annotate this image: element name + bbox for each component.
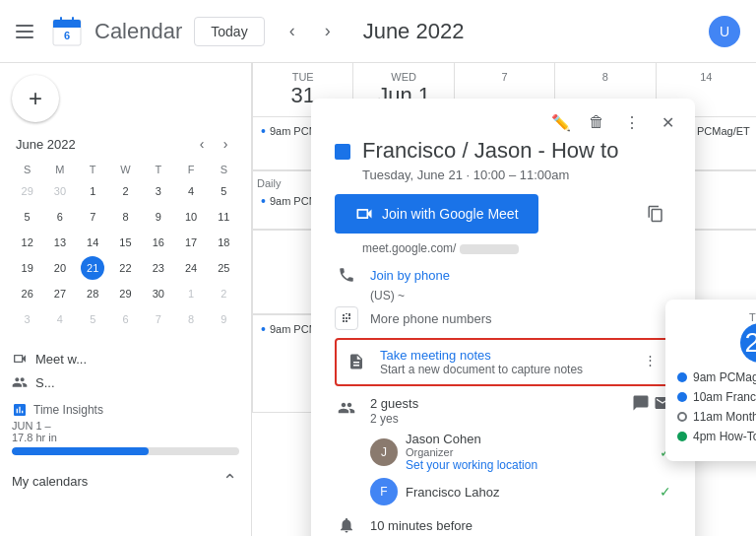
mini-day[interactable]: 25 [212, 256, 235, 280]
bell-icon [335, 513, 358, 536]
meet-link-label: meet.google.com/ [362, 241, 456, 255]
my-calendars-header: My calendars ⌃ [12, 467, 239, 495]
event-color-dot [335, 144, 350, 160]
day-event-4[interactable]: 4pm How-To Update Prioritiza [677, 430, 756, 443]
next-button[interactable]: › [312, 16, 344, 47]
popup-overlay: ✏️ 🗑 ⋮ ✕ Francisco / Jason - How to Tues… [252, 63, 756, 536]
join-meet-button[interactable]: Join with Google Meet [335, 194, 538, 234]
mini-day[interactable]: 15 [113, 231, 137, 254]
close-button[interactable]: ✕ [652, 106, 683, 138]
mini-day[interactable]: 6 [113, 307, 137, 331]
mini-day[interactable]: 2 [212, 282, 235, 305]
nav-controls: ‹ › [277, 16, 344, 47]
day-event-2[interactable]: 10am Francisco / Jason - Hov [677, 390, 756, 404]
mini-day[interactable]: 5 [81, 307, 104, 331]
mini-day[interactable]: 7 [147, 307, 170, 331]
mini-cal-grid: S M T W T F S 29 30 1 2 3 4 5 5 6 7 8 [12, 162, 239, 331]
sidebar-search[interactable]: S... [12, 370, 239, 394]
mini-day[interactable]: 29 [113, 282, 137, 305]
mini-day[interactable]: 23 [147, 256, 170, 280]
mini-day[interactable]: 14 [81, 231, 104, 254]
more-phones-row[interactable]: More phone numbers [335, 306, 671, 330]
mini-day[interactable]: 1 [81, 179, 104, 203]
day-event-3[interactable]: 11am Monthly Flash Q&A [677, 410, 756, 424]
my-calendars-section: My calendars ⌃ [12, 467, 239, 495]
mini-day[interactable]: 6 [48, 205, 72, 229]
calendars-collapse[interactable]: ⌃ [220, 471, 239, 491]
day-popup-day-num: 21 [740, 323, 756, 363]
mini-day[interactable]: 30 [147, 282, 170, 305]
notes-title-link[interactable]: Take meeting notes [380, 348, 626, 363]
guest-info-jason: Jason Cohen Organizer Set your working l… [406, 432, 652, 472]
guests-yes: 2 yes [370, 412, 671, 426]
edit-button[interactable]: ✏️ [545, 106, 577, 138]
mini-day[interactable]: 11 [212, 205, 235, 229]
chat-icon[interactable] [632, 394, 650, 412]
mini-prev[interactable]: ‹ [192, 134, 212, 154]
mini-day[interactable]: 5 [212, 179, 235, 203]
popup-toolbar: ✏️ 🗑 ⋮ ✕ [311, 99, 695, 138]
day-event-1[interactable]: 9am PCMag/ET Daily Meeting [677, 370, 756, 384]
guests-content: 2 guests 2 yes J J [370, 394, 671, 505]
mini-day[interactable]: 24 [179, 256, 203, 280]
mini-day[interactable]: 9 [212, 307, 235, 331]
avatar[interactable]: U [709, 16, 740, 47]
day-popup-header: TUE 21 ✕ [677, 311, 756, 363]
sidebar: + June 2022 ‹ › S M T W T F S 29 30 [0, 63, 252, 536]
copy-icon [647, 205, 664, 223]
mini-day[interactable]: 19 [16, 256, 39, 280]
more-phones-icon [335, 306, 358, 330]
today-button[interactable]: Today [194, 17, 264, 46]
notes-more-button[interactable]: ⋮ [638, 348, 662, 371]
meet-icon [12, 351, 28, 367]
guests-row: 2 guests 2 yes J J [335, 394, 671, 505]
mini-day[interactable]: 17 [179, 231, 203, 254]
mini-day[interactable]: 27 [48, 282, 72, 305]
mini-day[interactable]: 16 [147, 231, 170, 254]
copy-link-button[interactable] [640, 198, 671, 230]
calendar-area: TUE31 WEDJun 1 7 8 14 9am PCMag/ET Daily… [252, 63, 756, 536]
chart-icon [12, 402, 28, 418]
mini-day[interactable]: 20 [48, 256, 72, 280]
meet-link-blur [460, 244, 519, 254]
set-location-link[interactable]: Set your working location [406, 458, 652, 472]
time-date-range: JUN 1 – [12, 420, 239, 432]
time-bar-fill [12, 447, 149, 455]
mini-day[interactable]: 30 [48, 179, 72, 203]
delete-button[interactable]: 🗑 [581, 106, 612, 138]
mini-day[interactable]: 1 [179, 282, 203, 305]
mini-day-today[interactable]: 21 [81, 256, 104, 280]
mini-day[interactable]: 10 [179, 205, 203, 229]
mini-day[interactable]: 28 [81, 282, 104, 305]
mini-day[interactable]: 22 [113, 256, 137, 280]
mini-day[interactable]: 4 [179, 179, 203, 203]
mini-day[interactable]: 13 [48, 231, 72, 254]
mini-day[interactable]: 26 [16, 282, 39, 305]
mini-day[interactable]: 3 [147, 179, 170, 203]
mini-day[interactable]: 8 [113, 205, 137, 229]
prev-button[interactable]: ‹ [277, 16, 308, 47]
notes-text: Take meeting notes Start a new document … [380, 348, 626, 376]
mini-day[interactable]: 18 [212, 231, 235, 254]
day-popup-date-area: TUE 21 [740, 311, 756, 363]
guest-info-francisco: Francisco Lahoz [406, 485, 652, 500]
menu-button[interactable] [16, 20, 39, 43]
mini-day[interactable]: 7 [81, 205, 104, 229]
mini-day[interactable]: 5 [16, 205, 39, 229]
day-event-text-3: 11am Monthly Flash Q&A [693, 410, 756, 424]
phone-sub-text: (US) ~ [370, 289, 671, 302]
join-by-phone-link[interactable]: Join by phone [370, 268, 450, 283]
mini-day[interactable]: 8 [179, 307, 203, 331]
more-options-button[interactable]: ⋮ [616, 106, 648, 138]
mini-day[interactable]: 4 [48, 307, 72, 331]
sidebar-meet[interactable]: Meet w... [12, 347, 239, 370]
day-popup-day-label: TUE [740, 311, 756, 323]
mini-next[interactable]: › [216, 134, 235, 154]
search-label: S... [35, 375, 55, 390]
mini-day[interactable]: 3 [16, 307, 39, 331]
mini-day[interactable]: 29 [16, 179, 39, 203]
create-button[interactable]: + [12, 75, 59, 122]
mini-day[interactable]: 12 [16, 231, 39, 254]
mini-day[interactable]: 9 [147, 205, 170, 229]
mini-day[interactable]: 2 [113, 179, 137, 203]
